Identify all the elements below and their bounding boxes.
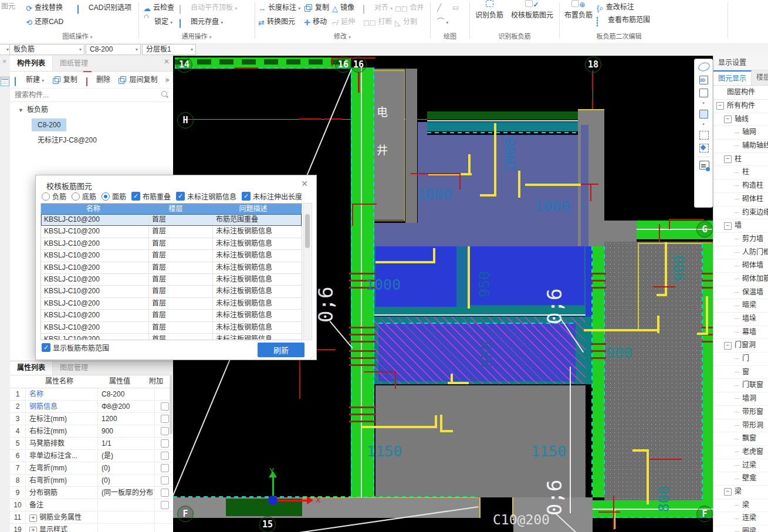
length-dimension-button[interactable]: ↔长度标注 ▾ (258, 2, 300, 13)
tab-component-list[interactable]: 构件列表 (10, 56, 53, 71)
identify-negative-rebar-button[interactable]: 识别负筋 (473, 0, 506, 19)
find-replace-button[interactable]: ⟳查找替换 (26, 2, 63, 13)
radio-底筋[interactable]: 底筋 (72, 191, 96, 201)
tab-floor-display[interactable]: 楼层显示 (752, 70, 768, 85)
collapse-icon[interactable]: − (724, 488, 732, 496)
radio-面筋[interactable]: 面筋 (102, 191, 126, 201)
layer-tree-item[interactable]: 砌体加筋 (713, 273, 768, 286)
show-range-checkbox-icon[interactable]: ✓ (42, 343, 50, 352)
dialog-scrollbar[interactable] (303, 203, 312, 340)
selection-box-icon[interactable] (698, 131, 709, 140)
scrollbar-thumb[interactable] (305, 214, 310, 248)
isometric-view-icon[interactable] (698, 89, 709, 98)
group-label-drawing-ops[interactable]: 图纸操作 ▾ (18, 31, 137, 40)
layer-slab-combo[interactable]: 分层板1▾ (142, 44, 196, 55)
rebar-line[interactable] (706, 296, 708, 334)
view-3d-icon[interactable]: 3D (698, 76, 709, 85)
rect-tool-button[interactable]: ▭ (452, 2, 459, 13)
rebar-line[interactable] (647, 452, 649, 504)
display-list-icon[interactable] (698, 161, 709, 170)
layer-tree-item[interactable]: 飘窗 (713, 432, 768, 446)
radio-icon[interactable] (72, 192, 80, 201)
layer-tree-item[interactable]: 窗 (713, 366, 768, 379)
property-value[interactable]: C8-200 (98, 388, 155, 400)
property-value[interactable]: (是) (98, 450, 155, 462)
property-row[interactable]: 10备注 (10, 499, 173, 511)
tab-element-display[interactable]: 图元显示 (713, 70, 752, 85)
property-row[interactable]: 8右弯折(mm)(0) (10, 475, 173, 487)
layer-tree-item[interactable]: −墙 (713, 219, 768, 233)
element-name-combo[interactable]: C8-200▾ (86, 44, 141, 55)
rebar-line[interactable] (632, 449, 649, 452)
toolbar-overflow-button[interactable]: » (165, 76, 170, 84)
extend-button[interactable]: ⌐/延伸 (332, 16, 355, 28)
tree-item-c8-200[interactable]: C8-200 (32, 118, 66, 131)
layer-tree-item[interactable]: −梁 (713, 486, 768, 499)
issue-row[interactable]: KBSLJ-C10@200首层未标注板钢筋信息 (41, 274, 302, 286)
issue-row[interactable]: KBSLJ-C10@200首层未标注板钢筋信息 (41, 262, 302, 274)
property-value[interactable]: Φ8@200 (98, 401, 155, 412)
collapsed-panel-icon[interactable] (1, 77, 9, 86)
restore-cad-button[interactable]: ⟲还原CAD (26, 16, 63, 28)
tree-collapse-icon[interactable]: ▼ (18, 103, 23, 118)
attach-checkbox[interactable] (161, 476, 169, 484)
property-value[interactable]: (同一板厚的分布 (98, 487, 155, 499)
delete-component-button[interactable]: 删除 (85, 76, 110, 84)
rebar-line[interactable] (468, 154, 471, 175)
rebar-line[interactable] (494, 123, 496, 196)
issue-row[interactable]: KBSLJ-C10@200首层未标注板钢筋信息 (41, 238, 302, 250)
rebar-line[interactable] (468, 246, 470, 309)
attach-checkbox[interactable] (161, 402, 169, 411)
checkbox-icon[interactable]: ✓ (242, 192, 251, 201)
property-row[interactable]: 3左标注(mm)1200 (10, 413, 173, 425)
property-value[interactable]: (0) (98, 475, 155, 486)
tree-item-unlabeled[interactable]: 无标注FJ-C8@200 (32, 134, 103, 147)
collapse-icon[interactable]: − (724, 342, 732, 350)
dialog-close-icon[interactable]: ✕ (301, 179, 308, 188)
layer-tree-item[interactable]: 剪力墙 (713, 233, 768, 246)
show-range-checkbox[interactable]: ✓ 显示板筋布筋范围 (42, 343, 109, 353)
tab-layer-manage[interactable]: 图层管理 (53, 361, 95, 375)
layer-tree-item[interactable]: 梁 (713, 499, 768, 513)
rebar-line[interactable] (518, 171, 520, 198)
layer-tree-item[interactable]: −门窗洞 (713, 339, 768, 353)
expand-icon[interactable]: + (29, 527, 37, 532)
checkbox-icon[interactable]: ✓ (131, 192, 140, 201)
issue-row[interactable]: KBSLJ-C10@200首层未标注板钢筋信息 (41, 250, 302, 262)
property-row[interactable]: 4右标注(mm)900 (10, 425, 173, 438)
rebar-line[interactable] (375, 261, 435, 263)
rebar-line[interactable] (665, 242, 667, 296)
search-input[interactable] (10, 89, 157, 101)
rebar-line[interactable] (480, 194, 495, 196)
property-value[interactable] (98, 524, 155, 532)
rebar-line[interactable] (362, 426, 437, 428)
view-dropdown-icon[interactable]: ▾ (702, 101, 705, 106)
rebar-line[interactable] (451, 374, 453, 383)
copy-component-button[interactable]: 复制 (52, 76, 77, 84)
layer-tree-item[interactable]: 门 (713, 353, 768, 366)
orbit-icon[interactable] (698, 63, 709, 72)
merge-button[interactable]: ◻◻合并 (395, 2, 424, 13)
cad-recognize-options-button[interactable]: CAD识别选项 (77, 2, 131, 13)
layer-tree-item[interactable]: 辅助轴线 (713, 140, 768, 153)
collapse-icon[interactable]: − (724, 116, 732, 123)
group-label-modify[interactable]: 修改 ▾ (256, 31, 429, 40)
layer-tree-item[interactable]: 保温墙 (713, 286, 768, 300)
layer-tree-item[interactable]: 暗梁 (713, 299, 768, 313)
solid-view-icon[interactable] (698, 110, 709, 119)
line-tool-button[interactable]: ╱ (437, 2, 441, 13)
issue-row[interactable]: KBSLJ-C10@200首层未标注板钢筋信息 (41, 322, 302, 334)
property-row[interactable]: 11+钢筋业务属性 (10, 511, 173, 524)
rebar-line[interactable] (697, 333, 708, 335)
checkbox-未标注伸出长度[interactable]: ✓未标注伸出长度 (242, 191, 302, 201)
view-dropdown-icon[interactable]: ▾ (702, 123, 705, 127)
cloud-check-button[interactable]: ☁云检查 (143, 2, 174, 13)
property-row[interactable]: 5马凳筋排数1/1 (10, 438, 173, 450)
tab-property-list[interactable]: 属性列表 (10, 361, 53, 375)
collapse-icon[interactable]: − (724, 155, 732, 163)
radio-icon[interactable] (102, 192, 110, 201)
tab-drawing-manage[interactable]: 图纸管理 (53, 56, 95, 71)
move-button[interactable]: ✛移动 (304, 16, 327, 28)
checkbox-布筋重叠[interactable]: ✓布筋重叠 (131, 191, 171, 201)
wall-grey[interactable] (604, 221, 637, 242)
